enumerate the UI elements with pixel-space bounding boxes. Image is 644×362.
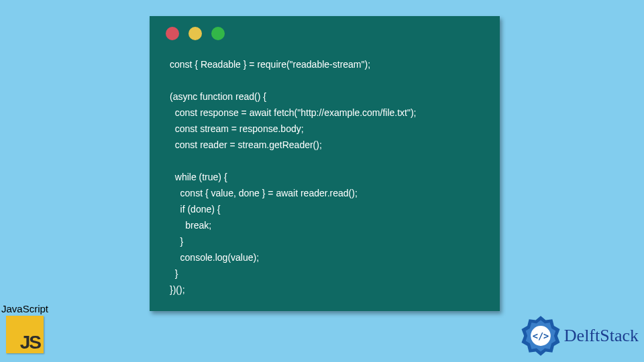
javascript-label: JavaScript <box>1 303 48 314</box>
brand-logo: </> DelftStack <box>520 315 639 357</box>
maximize-icon <box>211 27 225 40</box>
window-traffic-lights <box>150 16 500 40</box>
code-window: const { Readable } = require("readable-s… <box>150 16 500 311</box>
code-content: const { Readable } = require("readable-s… <box>150 40 500 298</box>
delftstack-emblem-icon: </> <box>520 315 561 357</box>
brand-name: DelftStack <box>564 326 639 346</box>
minimize-icon <box>189 27 202 40</box>
javascript-badge: JavaScript JS <box>1 303 48 353</box>
javascript-logo-text: JS <box>20 332 40 353</box>
svg-text:</>: </> <box>533 330 549 341</box>
javascript-logo-icon: JS <box>6 316 44 353</box>
close-icon <box>166 27 179 40</box>
